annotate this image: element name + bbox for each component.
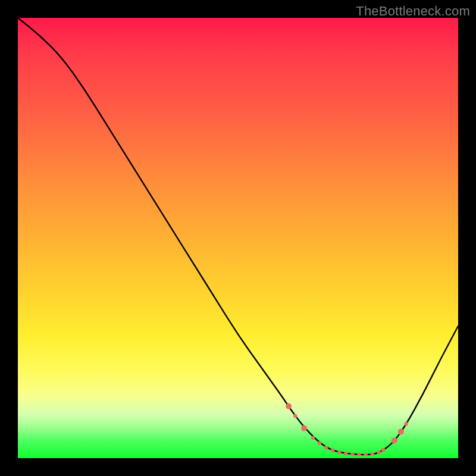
- curve-line: [18, 18, 458, 455]
- flat-zone-markers: [286, 403, 408, 457]
- marker-dot: [337, 450, 341, 454]
- marker-dot: [371, 452, 374, 456]
- marker-dot: [392, 437, 397, 443]
- marker-dot: [398, 429, 404, 435]
- marker-dot: [357, 453, 361, 456]
- marker-dot: [318, 441, 321, 445]
- chart-svg: [18, 18, 458, 458]
- attribution-label: TheBottleneck.com: [356, 4, 470, 19]
- marker-dot: [311, 436, 315, 440]
- marker-dot: [286, 403, 292, 409]
- marker-dot: [377, 450, 381, 454]
- marker-dot: [301, 425, 307, 431]
- marker-dot: [324, 446, 328, 449]
- marker-dot: [331, 448, 334, 452]
- marker-dot: [381, 448, 385, 452]
- marker-dot: [364, 453, 367, 456]
- marker-dot: [404, 422, 408, 425]
- marker-dot: [344, 452, 347, 455]
- marker-dot: [350, 452, 354, 456]
- plot-area: [18, 18, 458, 458]
- marker-dot: [293, 414, 297, 418]
- chart-container: TheBottleneck.com: [0, 0, 476, 476]
